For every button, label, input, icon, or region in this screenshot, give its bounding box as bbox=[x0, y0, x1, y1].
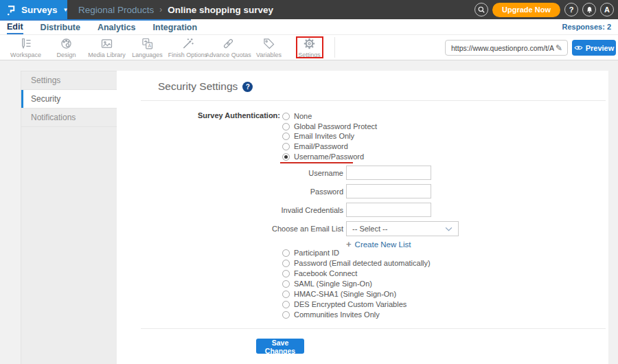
chevron-down-icon: ▼ bbox=[63, 7, 69, 13]
email-list-label: Choose an Email List bbox=[117, 225, 343, 233]
breadcrumb-folder[interactable]: Regional Products bbox=[78, 5, 154, 15]
invalid-credentials-input[interactable] bbox=[346, 203, 431, 217]
help-button[interactable]: ? bbox=[564, 3, 578, 16]
edit-url-icon[interactable]: ✎ bbox=[556, 43, 562, 53]
create-new-list-link[interactable]: + Create New List bbox=[346, 239, 411, 249]
sidebar-item-security[interactable]: Security bbox=[21, 90, 117, 109]
red-annotation-box bbox=[296, 36, 323, 58]
radio-icon[interactable] bbox=[282, 249, 290, 257]
toolbar-item-label: Workspace bbox=[10, 52, 41, 58]
toolbar-item-label: Variables bbox=[256, 52, 282, 58]
invalid-credentials-label: Invalid Credentials bbox=[117, 206, 343, 214]
radio-selected-icon[interactable] bbox=[282, 153, 290, 161]
radio-icon[interactable] bbox=[282, 270, 290, 277]
settings-sidebar: Settings Security Notifications bbox=[21, 71, 117, 364]
radio-option-participant-id[interactable]: Participant ID bbox=[282, 249, 339, 257]
variables-icon bbox=[262, 36, 276, 51]
radio-option-email-password[interactable]: Email/Password bbox=[282, 142, 348, 150]
radio-option-hmac-sha1[interactable]: HMAC-SHA1 (Single Sign-On) bbox=[282, 290, 396, 298]
notifications-button[interactable] bbox=[582, 3, 596, 16]
preview-button[interactable]: Preview bbox=[572, 40, 616, 56]
survey-authentication-label: Survey Authentication: bbox=[117, 111, 280, 120]
radio-option-facebook-connect[interactable]: Facebook Connect bbox=[282, 269, 357, 277]
survey-url-text: https://www.questionpro.com/t/APNrFZ bbox=[451, 44, 554, 52]
toolbar-item-advance-quotas[interactable]: Advance Quotas bbox=[208, 36, 249, 58]
username-label: Username bbox=[117, 169, 343, 177]
radio-label: Facebook Connect bbox=[294, 269, 357, 277]
sidebar-item-notifications[interactable]: Notifications bbox=[21, 109, 117, 127]
radio-label: None bbox=[294, 112, 312, 120]
breadcrumb-survey-name: Online shopping survey bbox=[168, 5, 273, 15]
toolbar-item-design[interactable]: Design bbox=[46, 36, 87, 58]
survey-nav-tabs: Edit Distribute Analytics Integration Re… bbox=[0, 19, 618, 35]
radio-icon[interactable] bbox=[282, 113, 290, 120]
radio-icon[interactable] bbox=[282, 133, 290, 140]
radio-icon[interactable] bbox=[282, 280, 290, 288]
breadcrumb: Regional Products › Online shopping surv… bbox=[78, 0, 273, 19]
radio-option-password-email-auto[interactable]: Password (Email detected automatically) bbox=[282, 259, 431, 267]
design-icon bbox=[59, 36, 73, 51]
media-library-icon bbox=[100, 36, 114, 51]
toolbar-item-languages[interactable]: A Languages bbox=[127, 36, 168, 58]
radio-option-email-invites[interactable]: Email Invites Only bbox=[282, 132, 354, 140]
upgrade-now-button[interactable]: Upgrade Now bbox=[492, 3, 560, 17]
tab-edit[interactable]: Edit bbox=[7, 21, 23, 34]
toolbar-item-label: Finish Options bbox=[168, 52, 208, 58]
radio-label: Global Password Protect bbox=[294, 122, 377, 130]
avatar[interactable]: A bbox=[600, 3, 614, 16]
workspace-icon bbox=[19, 36, 33, 51]
advance-quotas-icon bbox=[221, 36, 236, 51]
radio-label: Email/Password bbox=[294, 142, 348, 150]
tab-integration[interactable]: Integration bbox=[153, 21, 198, 34]
username-input[interactable] bbox=[346, 166, 431, 180]
tab-analytics[interactable]: Analytics bbox=[98, 21, 136, 34]
radio-option-global-password[interactable]: Global Password Protect bbox=[282, 122, 377, 130]
radio-icon[interactable] bbox=[282, 291, 290, 298]
radio-label: DES Encrypted Custom Variables bbox=[294, 300, 407, 308]
search-icon bbox=[477, 5, 486, 14]
search-button[interactable] bbox=[474, 3, 488, 16]
toolbar-divider bbox=[334, 37, 335, 58]
title-divider bbox=[141, 100, 606, 101]
radio-icon[interactable] bbox=[282, 143, 290, 150]
languages-icon: A bbox=[140, 36, 154, 51]
title-help-icon[interactable]: ? bbox=[242, 82, 253, 92]
radio-label: Email Invites Only bbox=[294, 132, 354, 140]
red-annotation-underline bbox=[280, 162, 353, 163]
questionpro-logo-icon bbox=[6, 3, 16, 16]
sidebar-item-settings[interactable]: Settings bbox=[21, 71, 117, 90]
radio-option-des-encrypted[interactable]: DES Encrypted Custom Variables bbox=[282, 300, 407, 308]
product-menu-label: Surveys bbox=[21, 5, 58, 15]
header-actions: Upgrade Now ? A bbox=[474, 0, 614, 19]
survey-url-field[interactable]: https://www.questionpro.com/t/APNrFZ ✎ bbox=[445, 40, 568, 56]
svg-text:A: A bbox=[148, 43, 151, 48]
email-list-select[interactable]: -- Select -- bbox=[346, 221, 459, 236]
radio-option-username-password[interactable]: Username/Password bbox=[282, 152, 364, 161]
page-title-text: Security Settings bbox=[158, 80, 238, 93]
radio-option-none[interactable]: None bbox=[282, 112, 312, 120]
responses-link[interactable]: Responses: 2 bbox=[562, 23, 611, 31]
toolbar-item-label: Advance Quotas bbox=[205, 52, 251, 58]
bell-icon bbox=[585, 5, 594, 14]
toolbar-item-finish-options[interactable]: Finish Options bbox=[168, 36, 208, 58]
tab-distribute[interactable]: Distribute bbox=[41, 21, 80, 34]
eye-icon bbox=[574, 45, 583, 51]
edit-toolbar: Workspace Design bbox=[0, 35, 618, 60]
password-input[interactable] bbox=[346, 184, 431, 198]
radio-icon[interactable] bbox=[282, 260, 290, 267]
radio-icon[interactable] bbox=[282, 311, 290, 319]
radio-label: Participant ID bbox=[294, 249, 339, 257]
radio-option-saml[interactable]: SAML (Single Sign-On) bbox=[282, 280, 372, 288]
toolbar-item-media-library[interactable]: Media Library bbox=[87, 36, 127, 58]
toolbar-item-variables[interactable]: Variables bbox=[249, 36, 289, 58]
top-header-bar: Surveys ▼ Regional Products › Online sho… bbox=[0, 0, 618, 19]
page-title: Security Settings ? bbox=[158, 80, 253, 93]
save-changes-button[interactable]: Save Changes bbox=[256, 339, 304, 354]
radio-option-communities-invites[interactable]: Communities Invites Only bbox=[282, 310, 380, 319]
radio-label: Password (Email detected automatically) bbox=[294, 259, 431, 267]
security-settings-panel: Security Settings ? Survey Authenticatio… bbox=[117, 71, 608, 364]
product-menu[interactable]: Surveys ▼ bbox=[0, 0, 67, 19]
radio-icon[interactable] bbox=[282, 301, 290, 308]
radio-icon[interactable] bbox=[282, 123, 290, 130]
toolbar-item-workspace[interactable]: Workspace bbox=[5, 36, 46, 58]
